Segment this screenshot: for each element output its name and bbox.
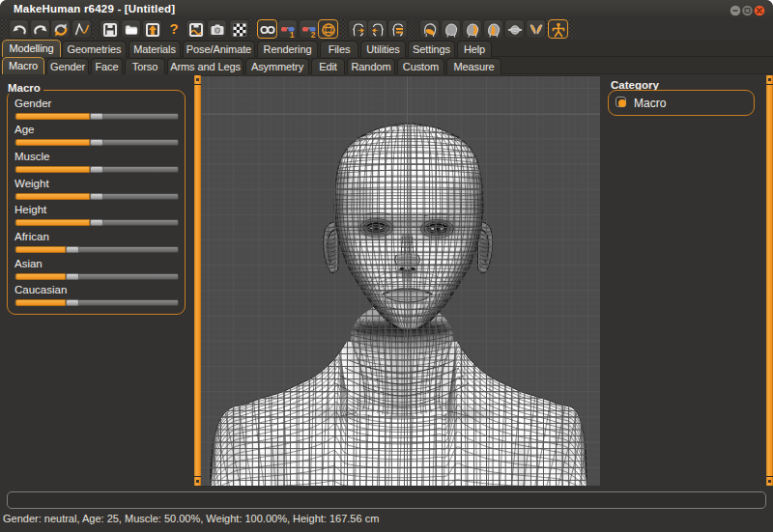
svg-text:2: 2 [311,30,316,40]
svg-text:?: ? [169,20,178,37]
svg-text:1: 1 [290,30,295,40]
